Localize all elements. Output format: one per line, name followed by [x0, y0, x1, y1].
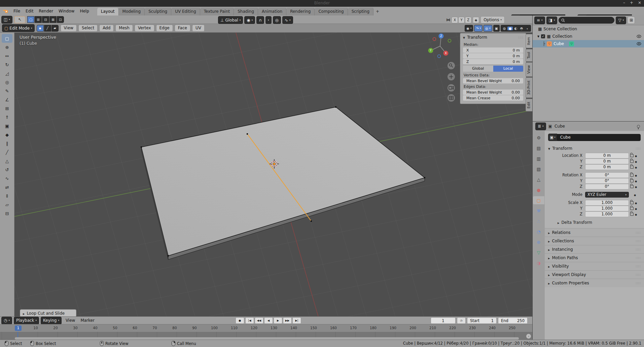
tool-shrink-fatten[interactable]: ⇕ — [2, 192, 12, 200]
jump-to-end-button[interactable]: ▶| — [292, 317, 301, 324]
proportional-falloff-dropdown[interactable] — [282, 16, 293, 24]
lock-icon[interactable] — [630, 160, 634, 163]
jump-to-start-button[interactable]: |◀ — [245, 317, 254, 324]
collection-checkbox[interactable] — [541, 34, 545, 38]
play-button[interactable]: ▶ — [274, 317, 282, 324]
tool-knife[interactable]: ╱ — [2, 148, 12, 157]
vp-menu-face[interactable]: Face — [175, 25, 190, 32]
lock-icon[interactable] — [630, 166, 634, 169]
overlays-toggle[interactable] — [484, 25, 492, 32]
tool-add-cube[interactable]: ⊞ — [2, 104, 12, 113]
snap-settings-dropdown[interactable] — [265, 16, 272, 24]
minimize-button[interactable]: – — [623, 0, 625, 5]
animate-icon[interactable] — [635, 206, 637, 211]
panel-drag-icon[interactable] — [636, 146, 641, 151]
tl-menu-marker[interactable]: Marker — [78, 317, 97, 323]
play-reverse-button[interactable]: ◀ — [264, 317, 273, 324]
tool-loop-cut[interactable]: ∥ — [2, 139, 12, 148]
panel-viewport-display[interactable]: Viewport Display — [545, 270, 644, 279]
lock-icon[interactable] — [630, 179, 634, 182]
pin-icon[interactable] — [637, 125, 640, 128]
playback-dropdown[interactable]: Playback — [14, 317, 39, 324]
value-field[interactable]: 0 m — [585, 164, 629, 170]
lock-icon[interactable] — [630, 207, 634, 210]
tl-menu-view[interactable]: View — [63, 317, 77, 323]
npanel-tab-edit[interactable]: Edit — [526, 99, 532, 111]
tab-uv-editing[interactable]: UV Editing — [171, 8, 200, 15]
animate-icon[interactable] — [635, 200, 637, 205]
viewport-3d[interactable]: ▢Edit Mode ViewSelectAddMeshVertexEdgeFa… — [0, 24, 532, 316]
transform-panel-collapse[interactable] — [548, 146, 552, 151]
tab-scripting[interactable]: Scripting — [348, 8, 373, 15]
tab-modeling[interactable]: Modeling — [119, 8, 145, 15]
frame-start-field[interactable]: Start1 — [467, 317, 497, 324]
expand-icon[interactable]: ▼ — [537, 35, 539, 38]
tool-cursor[interactable]: ⊕ — [2, 43, 12, 51]
tab-animation[interactable]: Animation — [258, 8, 286, 15]
outliner-row-collection[interactable]: ▼ Collection — [533, 33, 644, 40]
lock-icon[interactable] — [630, 174, 634, 177]
vp-menu-vertex[interactable]: Vertex — [135, 25, 154, 32]
value-field[interactable]: 0° — [585, 178, 629, 184]
mode-dropdown[interactable]: ▢Edit Mode — [2, 24, 35, 32]
tab-compositing[interactable]: Compositing — [315, 8, 348, 15]
tweak-options-icon[interactable] — [473, 17, 479, 23]
median-value-field[interactable]: X0 m — [463, 47, 523, 53]
edge-select-mode-button[interactable] — [44, 25, 51, 32]
npanel-tab-item[interactable]: Item — [526, 34, 532, 48]
maximize-button[interactable]: + — [630, 0, 633, 5]
tab-material[interactable]: ◑ — [534, 259, 544, 267]
tab-view-layer[interactable]: ▧ — [534, 165, 544, 173]
snap-toggle[interactable] — [256, 16, 264, 24]
frame-end-field[interactable]: End250 — [498, 317, 528, 324]
animate-icon[interactable] — [635, 173, 637, 177]
animate-icon[interactable] — [635, 165, 637, 169]
animate-icon[interactable] — [635, 159, 637, 164]
timeline-collapse-icon[interactable]: ‹ — [526, 334, 531, 339]
transform-panel-collapse[interactable] — [463, 35, 467, 40]
pivot-point-dropdown[interactable] — [244, 16, 255, 24]
panel-motion-paths[interactable]: Motion Paths — [545, 253, 644, 262]
value-field[interactable]: 0 m — [585, 153, 629, 159]
tab-modifiers[interactable]: ⚒ — [534, 207, 544, 215]
close-button[interactable]: × — [638, 0, 641, 5]
npanel-tab-3d-print[interactable]: 3D-Print — [526, 77, 532, 98]
show-object-types-dropdown[interactable] — [465, 25, 473, 32]
tool-measure[interactable]: ∠ — [2, 95, 12, 104]
menu-help[interactable]: Help — [77, 8, 92, 14]
value-field[interactable]: 0° — [585, 184, 629, 189]
lock-icon[interactable] — [630, 201, 634, 204]
wireframe-shading-button[interactable]: ◍ — [502, 27, 507, 30]
value-field[interactable]: 1.000 — [585, 200, 629, 206]
vp-menu-uv[interactable]: UV — [192, 25, 205, 32]
tab-render[interactable]: ▤ — [534, 144, 544, 152]
mirror-x[interactable]: X — [452, 17, 458, 23]
edge-data-field[interactable]: Mean Bevel Weight0.00 — [463, 90, 523, 95]
npanel-tab-view[interactable]: View — [526, 62, 532, 77]
use-preview-range-button[interactable] — [457, 317, 466, 324]
face-select-mode-button[interactable] — [51, 25, 59, 32]
navigation-gizmo[interactable]: Z Y X — [428, 34, 451, 58]
select-mode-intersect[interactable]: ⊡ — [57, 16, 64, 23]
vp-menu-select[interactable]: Select — [78, 25, 98, 32]
tool-extrude-region[interactable]: ⇑ — [2, 113, 12, 122]
timeline-editor-type-button[interactable] — [1, 317, 12, 324]
options-dropdown[interactable]: Options — [480, 16, 505, 24]
timeline-ruler[interactable]: 1020304050607080901001101201301401501601… — [0, 324, 532, 332]
menu-edit[interactable]: Edit — [23, 8, 36, 14]
gizmos-toggle[interactable] — [474, 25, 482, 32]
zoom-view-icon[interactable] — [448, 62, 455, 69]
prev-keyframe-button[interactable]: ◀◀ — [255, 317, 263, 324]
animate-icon[interactable] — [635, 184, 637, 189]
panel-drag-icon[interactable] — [518, 35, 523, 40]
operator-panel[interactable]: Loop Cut and Slide — [20, 309, 76, 316]
tool-bevel[interactable]: ◆ — [2, 130, 12, 139]
xray-toggle[interactable] — [493, 25, 500, 32]
animate-icon[interactable] — [635, 153, 637, 158]
vp-menu-add[interactable]: Add — [99, 25, 114, 32]
tab-scene[interactable]: △ — [534, 175, 544, 183]
tool-edge-slide[interactable]: ⇄ — [2, 183, 12, 192]
value-field[interactable]: 0° — [585, 172, 629, 178]
tool-transform[interactable]: ◎ — [2, 78, 12, 86]
tab-tool[interactable]: ⚙ — [534, 134, 544, 142]
